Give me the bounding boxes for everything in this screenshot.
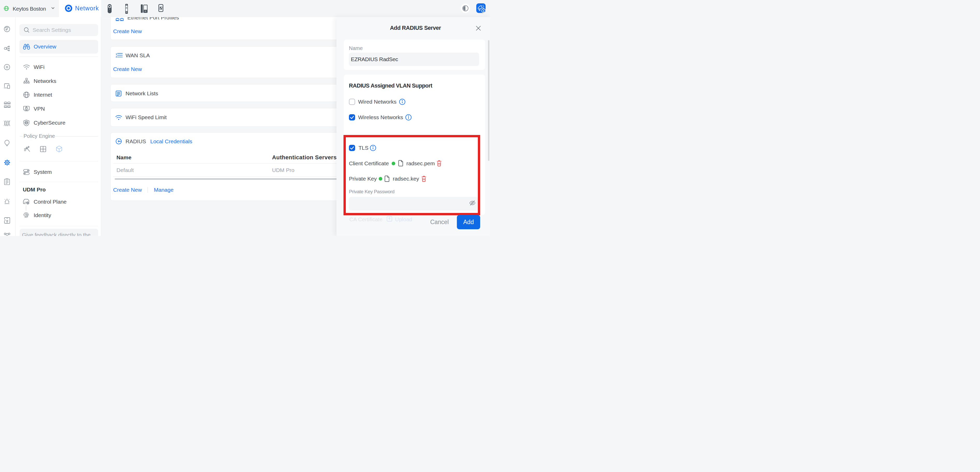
svg-text:2: 2 xyxy=(116,56,117,58)
svg-text:1: 1 xyxy=(116,53,117,56)
